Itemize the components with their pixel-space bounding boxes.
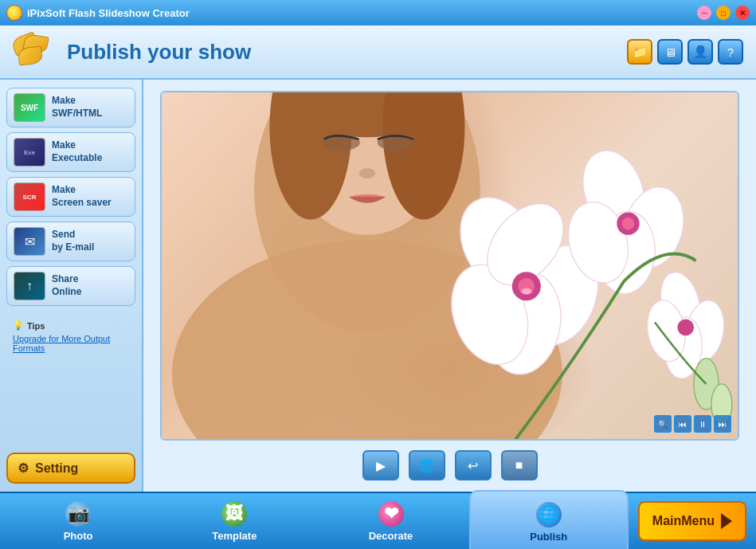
app-icon bbox=[6, 5, 22, 21]
make-swf-button[interactable]: SWF MakeSWF/HTML bbox=[6, 88, 135, 127]
tips-title: 💡 Tips bbox=[13, 320, 129, 331]
tab-photo[interactable]: 📷 Photo bbox=[0, 493, 156, 549]
tab-photo-label: Photo bbox=[64, 530, 93, 542]
svg-point-27 bbox=[678, 320, 695, 336]
setting-gear-icon: ⚙ bbox=[18, 461, 29, 476]
svg-point-8 bbox=[359, 168, 376, 178]
preview-image: 🔍 ⏮ ⏸ ⏭ bbox=[162, 92, 737, 439]
user-button[interactable]: 👤 bbox=[687, 39, 713, 65]
close-button[interactable]: ✕ bbox=[735, 6, 750, 20]
sidebar: SWF MakeSWF/HTML Exe MakeExecutable SCR … bbox=[0, 80, 143, 492]
header: Publish your show 📁 🖥 👤 ? bbox=[0, 25, 756, 80]
main-menu-button[interactable]: MainMenu bbox=[638, 501, 746, 541]
title-bar: iPixSoft Flash Slideshow Creator ─ □ ✕ bbox=[0, 0, 756, 25]
rewind-button[interactable]: ⏮ bbox=[674, 415, 691, 433]
tab-publish[interactable]: 🌐 Publish bbox=[469, 490, 629, 549]
main-menu-label: MainMenu bbox=[652, 514, 715, 528]
play-button[interactable]: ▶ bbox=[362, 450, 399, 480]
tips-icon: 💡 bbox=[13, 320, 24, 331]
header-tools: 📁 🖥 👤 ? bbox=[627, 39, 743, 65]
tab-template[interactable]: 🖼 Template bbox=[156, 493, 312, 549]
svg-point-16 bbox=[522, 288, 532, 295]
open-folder-button[interactable]: 📁 bbox=[627, 39, 652, 65]
screen-icon: SCR bbox=[14, 182, 45, 211]
make-screensaver-button[interactable]: SCR MakeScreen saver bbox=[6, 177, 135, 217]
monitor-button[interactable]: 🖥 bbox=[657, 39, 683, 65]
tab-decorate[interactable]: ❤ Decorate bbox=[312, 493, 468, 549]
bottom-nav: 📷 Photo 🖼 Template ❤ Decorate 🌐 Publish … bbox=[0, 492, 756, 549]
main-area: SWF MakeSWF/HTML Exe MakeExecutable SCR … bbox=[0, 80, 756, 492]
stop-button[interactable]: ■ bbox=[501, 450, 538, 480]
send-email-label: Sendby E-mail bbox=[52, 229, 94, 253]
setting-label: Setting bbox=[35, 461, 78, 476]
upload-icon: ↑ bbox=[14, 272, 45, 300]
swf-icon: SWF bbox=[14, 93, 45, 122]
playback-controls: ▶ 🌐 ↩ ■ bbox=[362, 450, 538, 480]
svg-point-22 bbox=[622, 218, 634, 229]
pause-button[interactable]: ⏸ bbox=[694, 415, 711, 433]
make-screensaver-label: MakeScreen saver bbox=[52, 184, 112, 209]
preview-overlay-controls: 🔍 ⏮ ⏸ ⏭ bbox=[654, 415, 731, 433]
share-online-label: ShareOnline bbox=[52, 273, 81, 298]
email-icon: ✉ bbox=[14, 227, 45, 256]
help-button[interactable]: ? bbox=[718, 39, 743, 65]
template-icon: 🖼 bbox=[221, 501, 247, 527]
make-executable-label: MakeExecutable bbox=[52, 139, 102, 164]
make-swf-label: MakeSWF/HTML bbox=[52, 95, 102, 120]
photo-icon: 📷 bbox=[65, 501, 91, 527]
tab-publish-label: Publish bbox=[530, 531, 567, 543]
decorate-icon: ❤ bbox=[378, 501, 404, 527]
tab-template-label: Template bbox=[212, 530, 257, 542]
preview-svg bbox=[162, 92, 737, 439]
minimize-button[interactable]: ─ bbox=[697, 6, 711, 20]
tab-decorate-label: Decorate bbox=[369, 530, 413, 542]
restore-button[interactable]: □ bbox=[716, 6, 731, 20]
logo-icon bbox=[13, 31, 57, 73]
zoom-button[interactable]: 🔍 bbox=[654, 415, 672, 433]
preview-frame: 🔍 ⏮ ⏸ ⏭ bbox=[160, 91, 738, 441]
loop-button[interactable]: ↩ bbox=[455, 450, 492, 480]
tips-section: 💡 Tips Upgrade for More Output Formats bbox=[6, 316, 135, 358]
content-area: 🔍 ⏮ ⏸ ⏭ ▶ 🌐 ↩ ■ bbox=[143, 80, 756, 492]
setting-button[interactable]: ⚙ Setting bbox=[6, 453, 135, 484]
upgrade-link[interactable]: Upgrade for More Output Formats bbox=[13, 334, 110, 353]
main-menu-arrow-icon bbox=[721, 513, 732, 529]
app-title: iPixSoft Flash Slideshow Creator bbox=[27, 7, 692, 19]
fast-forward-button[interactable]: ⏭ bbox=[714, 415, 731, 433]
web-preview-button[interactable]: 🌐 bbox=[409, 450, 445, 480]
share-online-button[interactable]: ↑ ShareOnline bbox=[6, 266, 135, 306]
exe-icon: Exe bbox=[14, 138, 45, 167]
make-executable-button[interactable]: Exe MakeExecutable bbox=[6, 132, 135, 172]
send-email-button[interactable]: ✉ Sendby E-mail bbox=[6, 222, 135, 261]
publish-icon: 🌐 bbox=[536, 502, 562, 527]
page-title: Publish your show bbox=[67, 40, 251, 65]
